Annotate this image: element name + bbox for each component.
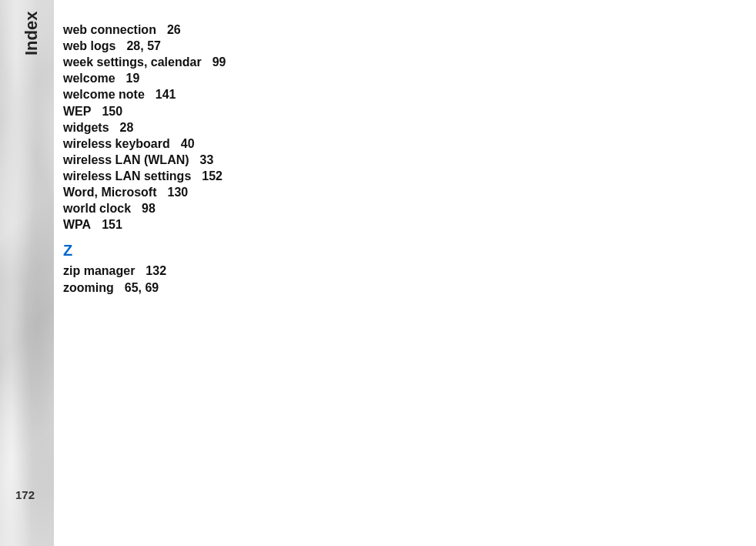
index-term: widgets: [63, 121, 109, 134]
index-pages: 65, 69: [125, 281, 159, 294]
index-content: web connection26 web logs28, 57 week set…: [63, 22, 741, 296]
index-pages: 99: [212, 55, 226, 69]
index-entry: welcome19: [63, 70, 741, 86]
index-pages: 28: [120, 121, 134, 134]
index-entry: wireless LAN (WLAN)33: [63, 152, 741, 168]
index-term: world clock: [63, 202, 131, 215]
index-term: zooming: [63, 281, 114, 294]
index-entry: week settings, calendar99: [63, 54, 741, 70]
page-number: 172: [15, 488, 35, 501]
index-term: web logs: [63, 39, 115, 52]
index-pages: 33: [200, 153, 214, 166]
index-term: wireless keyboard: [63, 137, 170, 150]
index-pages: 152: [202, 169, 222, 183]
index-entry: wireless LAN settings152: [63, 168, 741, 184]
index-entry: WEP150: [63, 103, 741, 119]
index-pages: 28, 57: [126, 39, 160, 52]
index-term: welcome note: [63, 88, 145, 101]
index-pages: 26: [167, 23, 181, 36]
sidebar-background: Index 172: [0, 0, 54, 546]
index-term: welcome: [63, 72, 115, 85]
index-term: wireless LAN settings: [63, 169, 191, 183]
index-pages: 19: [126, 72, 140, 85]
index-entry: web logs28, 57: [63, 38, 741, 54]
index-pages: 40: [181, 137, 195, 150]
index-term: zip manager: [63, 264, 135, 277]
index-pages: 130: [167, 186, 188, 199]
index-entry: zooming65, 69: [63, 280, 741, 296]
index-term: WEP: [63, 105, 91, 118]
index-entry: WPA151: [63, 216, 741, 233]
index-entry: zip manager132: [63, 263, 741, 279]
index-pages: 151: [102, 218, 122, 231]
index-entry: widgets28: [63, 119, 741, 136]
index-pages: 141: [156, 88, 176, 101]
index-term: web connection: [63, 23, 156, 36]
index-entry: Word, Microsoft130: [63, 184, 741, 200]
section-label: Index: [22, 12, 42, 55]
index-entry: world clock98: [63, 200, 741, 216]
index-term: WPA: [63, 218, 91, 231]
index-pages: 150: [102, 105, 122, 118]
index-pages: 98: [142, 202, 156, 215]
index-entry: web connection26: [63, 22, 741, 38]
index-term: Word, Microsoft: [63, 186, 156, 199]
letter-heading-z: Z: [63, 242, 741, 260]
index-pages: 132: [146, 264, 166, 277]
index-term: week settings, calendar: [63, 55, 202, 69]
index-entry: wireless keyboard40: [63, 136, 741, 152]
index-entry: welcome note141: [63, 86, 741, 102]
index-term: wireless LAN (WLAN): [63, 153, 189, 166]
